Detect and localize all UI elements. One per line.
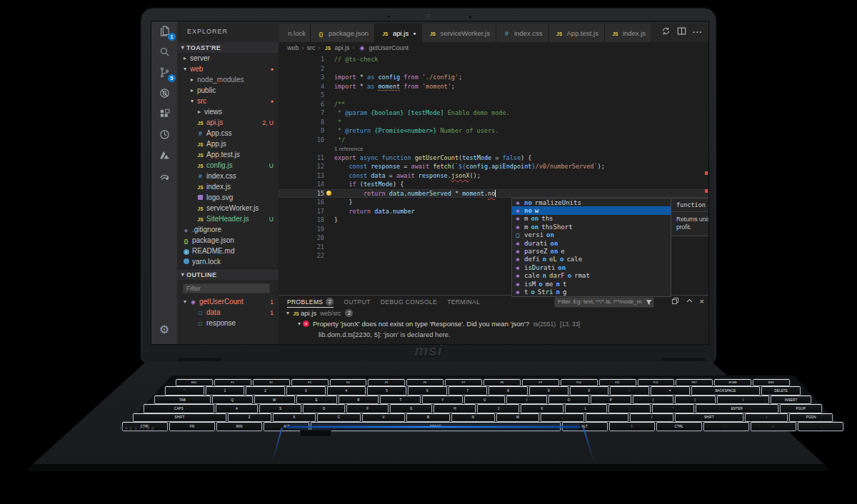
suggest-item-parsezone[interactable]: ◈parseZone (512, 247, 671, 255)
panel-tab-output[interactable]: OUTPUT (344, 296, 370, 308)
tab-api-js[interactable]: JSapi.js● (375, 24, 422, 42)
tree-item-gitignore[interactable]: ◆.gitignore (177, 224, 279, 235)
tab-n-lock[interactable]: n.lock (279, 24, 311, 42)
restore-panel-icon[interactable] (671, 297, 679, 306)
project-section-header[interactable]: ▾ TOAST'RE (177, 42, 279, 53)
breadcrumb-item-src[interactable]: src (307, 44, 316, 51)
key-f6: f6 (406, 379, 443, 386)
suggest-item-duration[interactable]: ◈duration (512, 239, 671, 247)
activity-source-control[interactable]: 5 (151, 63, 177, 84)
lightbulb-icon[interactable] (326, 191, 331, 196)
tree-item-node-modules[interactable]: ▸node_modules (177, 74, 279, 85)
code-line[interactable]: 3import * as config from './config'; (279, 73, 708, 82)
tree-item-logo-svg[interactable]: logo.svg (177, 192, 279, 203)
problem-row[interactable]: ▾JSapi.jsweb/src2 (279, 308, 708, 318)
tree-item-app-js[interactable]: JSApp.js (177, 138, 279, 149)
suggest-item-monthsshort[interactable]: ◈monthsShort (512, 223, 671, 231)
tree-item-config-js[interactable]: JSconfig.jsU (177, 160, 279, 171)
codelens[interactable]: 1 reference (279, 144, 708, 153)
activity-settings[interactable]: ⚙ (151, 319, 177, 340)
close-panel-icon[interactable]: × (700, 297, 704, 306)
code-line[interactable]: 8 * (279, 118, 708, 127)
tree-item-src[interactable]: ▾src● (177, 96, 279, 106)
search-icon (159, 46, 171, 59)
tree-item-public[interactable]: ▸public (177, 85, 279, 96)
panel-tab-terminal[interactable]: TERMINAL (447, 296, 480, 308)
tree-item-app-css[interactable]: #App.css (177, 128, 279, 138)
suggest-item-isduration[interactable]: ◈isDuration (512, 263, 671, 271)
breadcrumb-item-web[interactable]: web (287, 44, 299, 51)
suggest-item-tostring[interactable]: ◈toString (512, 288, 671, 296)
suggest-item-now[interactable]: ◈now (512, 206, 671, 214)
activity-debug[interactable] (151, 84, 177, 104)
open-changes-icon[interactable] (661, 26, 671, 37)
activity-extensions[interactable] (151, 104, 177, 125)
error-dot: ● (271, 66, 274, 71)
code-line[interactable]: 7 * @param {boolean} [testMode] Enable d… (279, 109, 708, 118)
suggest-item-normalizeunits[interactable]: ◈normalizeUnits (512, 198, 671, 206)
outline-item-data[interactable]: □data1 (177, 307, 279, 318)
code-line[interactable]: 9 * @return {Promise<number>} Number of … (279, 126, 708, 136)
outline-filter-input[interactable] (183, 283, 270, 293)
outline-item-label: data (206, 308, 220, 316)
maximize-panel-icon[interactable] (686, 297, 693, 306)
code-line[interactable]: 4import * as moment from 'moment'; (279, 82, 708, 91)
panel-tab-debug-console[interactable]: DEBUG CONSOLE (381, 296, 437, 308)
tree-item-serviceworker-js[interactable]: JSserviceWorker.js (177, 203, 279, 213)
tree-item-app-test-js[interactable]: JSApp.test.js (177, 149, 279, 160)
tree-item-siteheader-js[interactable]: JSSiteHeader.jsU (177, 213, 279, 224)
code-line[interactable]: 13 const data = await response.jsonX(); (279, 171, 708, 181)
line-number: 19 (279, 226, 334, 233)
problems-filter-input[interactable] (555, 298, 645, 306)
tree-item-package-json[interactable]: {}package.json (177, 235, 279, 246)
code-line[interactable]: 11export async function getUserCount(tes… (279, 153, 708, 163)
activity-azure[interactable] (151, 146, 177, 166)
tab-serviceworker-js[interactable]: JSserviceWorker.js (422, 24, 496, 42)
code-line[interactable]: 5 (279, 91, 708, 100)
suggest-item-definelocale[interactable]: ◈defineLocale (512, 256, 671, 263)
split-editor-icon[interactable] (677, 26, 686, 37)
tab-package-json[interactable]: {}package.json (311, 24, 375, 42)
outline-item-response[interactable]: □response (177, 318, 279, 328)
code-line[interactable]: 2 (279, 64, 708, 74)
tree-item-label: logo.svg (206, 193, 233, 201)
panel-tab-problems[interactable]: PROBLEMS2 (287, 296, 334, 308)
code-line[interactable]: 12 const response = await fetch(`${confi… (279, 162, 708, 171)
suggest-item-calendarformat[interactable]: ◈calendarFormat (512, 272, 671, 280)
activity-insights[interactable] (151, 166, 177, 187)
problems-filter (554, 297, 654, 308)
line-number: 20 (279, 234, 334, 241)
tree-item-views[interactable]: ▸views (177, 106, 279, 117)
tree-item-label: package.json (192, 236, 234, 244)
outline-item-getusercount[interactable]: ▾◈getUserCount1 (177, 296, 279, 307)
tab-index-js[interactable]: JSindex.js (605, 24, 652, 42)
key-7: 7 (448, 386, 488, 395)
suggest-item-months[interactable]: ◈months (512, 215, 671, 223)
code-line[interactable]: 1// @ts-check (279, 55, 708, 64)
breadcrumb-item-api-js[interactable]: JSapi.js (324, 44, 350, 51)
tab-app-test-js[interactable]: JSApp.test.js (549, 24, 605, 42)
code-line[interactable]: 14 if (testMode) { (279, 180, 708, 189)
tree-item-server[interactable]: ▸server (177, 53, 279, 64)
suggest-item-version[interactable]: □version (512, 231, 671, 239)
outline-section-header[interactable]: ▾ OUTLINE (177, 268, 279, 280)
activity-history[interactable] (151, 125, 177, 146)
more-actions-icon[interactable]: ··· (693, 28, 703, 36)
problem-row[interactable]: lib.dom.d.ts[2230, 5]: 'json' is declare… (279, 329, 708, 340)
tab-index-css[interactable]: #index.css (496, 24, 549, 42)
activity-explorer[interactable]: 1 (151, 21, 177, 42)
tree-item-index-js[interactable]: JSindex.js (177, 181, 279, 192)
suggest-item-ismoment[interactable]: ◈isMoment (512, 280, 671, 288)
tree-item-api-js[interactable]: JSapi.js2, U (177, 117, 279, 128)
tree-item-yarn-lock[interactable]: yarn.lock (177, 256, 279, 267)
code-line[interactable]: 15 return data.numberServed * moment.no (279, 189, 708, 198)
code-line[interactable]: 6/** (279, 100, 708, 109)
tree-item-index-css[interactable]: #index.css (177, 171, 279, 181)
method-icon: ◈ (514, 272, 521, 279)
tree-item-readme-md[interactable]: iREADME.md (177, 246, 279, 256)
activity-search[interactable] (151, 42, 177, 63)
problem-row[interactable]: ▾×Property 'jsonX' does not exist on typ… (279, 318, 708, 329)
tree-item-web[interactable]: ▾web● (177, 64, 279, 74)
code-line[interactable]: 10 */ (279, 136, 708, 145)
breadcrumb-item-getusercount[interactable]: ◈getUserCount (358, 44, 409, 51)
